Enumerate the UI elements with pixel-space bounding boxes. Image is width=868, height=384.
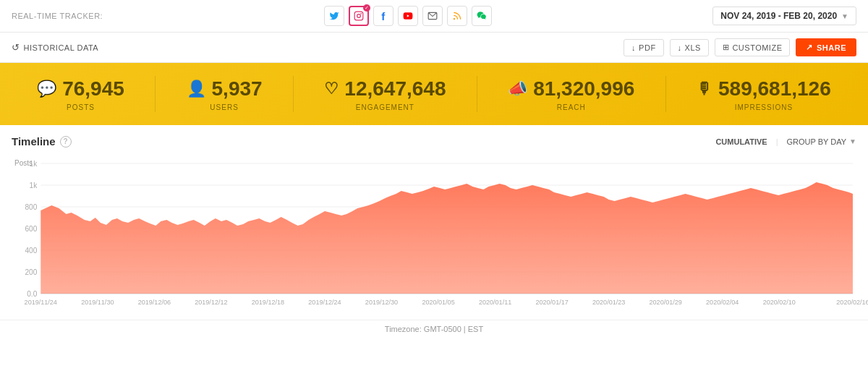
instagram-badge: ✓ — [363, 4, 370, 12]
svg-text:2020/01/17: 2020/01/17 — [535, 299, 568, 306]
timeline-title-text: Timeline — [12, 135, 56, 148]
share-icon: ↗ — [806, 43, 813, 52]
timeline-chart: 1k 1k 800 600 400 200 0.0 2019/11/24 201… — [12, 156, 856, 301]
svg-point-1 — [357, 14, 360, 18]
customize-button[interactable]: ⊞ CUSTOMIZE — [715, 38, 791, 56]
download-xls-icon: ↓ — [678, 43, 682, 52]
control-separator: | — [776, 137, 778, 146]
stat-divider-3 — [477, 76, 477, 112]
customize-icon: ⊞ — [723, 43, 730, 52]
historical-data-label: HISTORICAL DATA — [24, 43, 99, 52]
svg-text:600: 600 — [25, 225, 37, 233]
svg-rect-0 — [354, 12, 363, 20]
svg-text:2020/01/29: 2020/01/29 — [650, 299, 682, 306]
stats-banner: 💬 76,945 POSTS 👤 5,937 USERS ♡ 12,647,64… — [0, 63, 868, 125]
stat-reach: 📣 81,320,996 REACH — [508, 77, 634, 111]
svg-text:2020/02/04: 2020/02/04 — [706, 299, 739, 306]
svg-text:2019/11/24: 2019/11/24 — [25, 299, 57, 306]
facebook-icon[interactable]: f — [373, 6, 393, 26]
wechat-icon[interactable] — [472, 6, 492, 26]
history-icon: ↺ — [12, 42, 20, 53]
impressions-icon: 🎙 — [697, 80, 712, 98]
chart-canvas: 1k 1k 800 600 400 200 0.0 2019/11/24 201… — [12, 156, 856, 308]
engagement-icon: ♡ — [324, 80, 339, 98]
stat-posts: 💬 76,945 POSTS — [37, 77, 124, 111]
svg-text:0.0: 0.0 — [27, 290, 37, 298]
svg-point-2 — [360, 13, 362, 14]
svg-text:2020/01/05: 2020/01/05 — [422, 299, 454, 306]
reach-value: 📣 81,320,996 — [508, 77, 634, 101]
users-icon: 👤 — [187, 80, 206, 98]
svg-text:2020/01/23: 2020/01/23 — [592, 299, 625, 306]
twitter-icon[interactable] — [324, 6, 344, 26]
posts-value: 💬 76,945 — [37, 77, 124, 101]
youtube-icon[interactable] — [398, 6, 418, 26]
chart-container: Posts 1k 1k 800 600 400 200 0.0 — [0, 153, 868, 320]
svg-text:400: 400 — [25, 247, 37, 255]
top-bar: REAL-TIME TRACKER: ✓ f NOV 24, 2019 - FE… — [0, 0, 868, 33]
date-range-picker[interactable]: NOV 24, 2019 - FEB 20, 2020 ▼ — [712, 7, 856, 25]
date-range-text: NOV 24, 2019 - FEB 20, 2020 — [720, 11, 837, 21]
stat-divider-2 — [293, 76, 294, 112]
svg-text:1k: 1k — [30, 182, 38, 189]
download-pdf-icon: ↓ — [631, 43, 636, 52]
rss-icon[interactable] — [447, 6, 467, 26]
svg-text:2019/12/18: 2019/12/18 — [252, 299, 284, 306]
svg-point-5 — [453, 18, 454, 20]
svg-text:2019/12/24: 2019/12/24 — [308, 299, 341, 306]
stat-divider-4 — [665, 76, 666, 112]
timezone-label: Timezone: GMT-0500 | EST — [385, 325, 483, 333]
svg-text:2020/01/11: 2020/01/11 — [479, 299, 511, 306]
svg-text:800: 800 — [25, 203, 37, 211]
pdf-button[interactable]: ↓ PDF — [624, 39, 664, 56]
svg-text:200: 200 — [25, 268, 37, 276]
svg-text:2020/02/10: 2020/02/10 — [763, 299, 796, 306]
svg-text:1k: 1k — [30, 160, 38, 168]
impressions-value: 🎙 589,681,126 — [697, 77, 831, 101]
share-button[interactable]: ↗ SHARE — [796, 38, 856, 56]
toolbar-buttons: ↓ PDF ↓ XLS ⊞ CUSTOMIZE ↗ SHARE — [624, 38, 856, 56]
svg-text:2020/02/16: 2020/02/16 — [836, 299, 868, 306]
group-by-chevron-icon: ▼ — [849, 137, 856, 145]
stat-impressions: 🎙 589,681,126 IMPRESSIONS — [697, 77, 831, 111]
svg-text:2019/12/30: 2019/12/30 — [365, 299, 398, 306]
svg-text:2019/12/06: 2019/12/06 — [138, 299, 171, 306]
timeline-controls: CUMULATIVE | GROUP BY DAY ▼ — [715, 137, 856, 146]
realtime-label: REAL-TIME TRACKER: — [12, 12, 103, 20]
stat-divider-1 — [155, 76, 156, 112]
stat-users: 👤 5,937 USERS — [187, 77, 263, 111]
group-by-control[interactable]: GROUP BY DAY ▼ — [787, 137, 856, 146]
timeline-header: Timeline ? CUMULATIVE | GROUP BY DAY ▼ — [12, 135, 856, 148]
historical-data-link[interactable]: ↺ HISTORICAL DATA — [12, 42, 98, 53]
engagement-value: ♡ 12,647,648 — [324, 77, 446, 101]
timeline-title-group: Timeline ? — [12, 135, 72, 148]
mail-icon[interactable] — [422, 6, 443, 26]
svg-text:2019/12/12: 2019/12/12 — [195, 299, 227, 306]
second-bar: ↺ HISTORICAL DATA ↓ PDF ↓ XLS ⊞ CUSTOMIZ… — [0, 33, 868, 63]
social-icons-group: ✓ f — [324, 6, 492, 26]
chart-footer: Timezone: GMT-0500 | EST — [0, 320, 868, 339]
reach-icon: 📣 — [508, 80, 527, 98]
timeline-section: Timeline ? CUMULATIVE | GROUP BY DAY ▼ — [0, 125, 868, 148]
instagram-icon[interactable]: ✓ — [349, 6, 369, 26]
timeline-info-icon[interactable]: ? — [60, 136, 72, 148]
svg-text:2019/11/30: 2019/11/30 — [81, 299, 114, 306]
posts-icon: 💬 — [37, 80, 56, 98]
chevron-down-icon: ▼ — [841, 12, 848, 20]
cumulative-control[interactable]: CUMULATIVE — [715, 137, 767, 146]
users-value: 👤 5,937 — [187, 77, 263, 101]
stat-engagement: ♡ 12,647,648 ENGAGEMENT — [324, 77, 446, 111]
xls-button[interactable]: ↓ XLS — [670, 39, 709, 56]
